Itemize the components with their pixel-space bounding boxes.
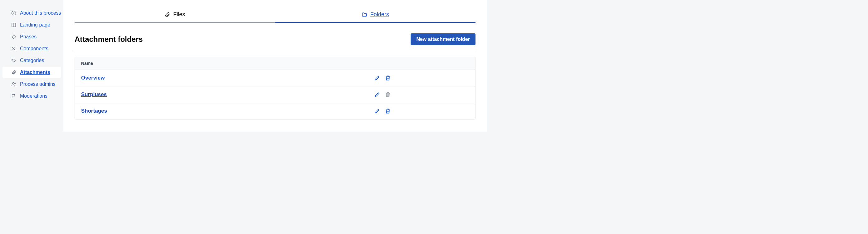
svg-point-2: [14, 12, 14, 12]
table-row: Surpluses: [75, 86, 475, 103]
column-header-name: Name: [75, 57, 289, 69]
cell-actions: [289, 71, 475, 85]
sidebar-item-process-admins[interactable]: Process admins: [2, 79, 61, 90]
sidebar: About this process Landing page Phases C…: [0, 0, 63, 131]
sidebar-item-landing[interactable]: Landing page: [2, 19, 61, 31]
svg-point-10: [12, 83, 14, 84]
edit-icon[interactable]: [374, 75, 380, 81]
sidebar-item-about[interactable]: About this process: [2, 7, 61, 19]
sidebar-item-categories[interactable]: Categories: [2, 55, 61, 66]
page-title: Attachment folders: [74, 35, 143, 44]
folder-link[interactable]: Overview: [81, 75, 105, 81]
sidebar-item-attachments[interactable]: Attachments: [2, 67, 61, 78]
folders-table: Name Overview Surpluses: [74, 57, 475, 119]
table-header: Name: [75, 57, 475, 70]
sidebar-item-components[interactable]: Components: [2, 43, 61, 54]
cell-actions: [289, 88, 475, 101]
tab-folders[interactable]: Folders: [275, 11, 476, 23]
flag-icon: [11, 94, 16, 98]
edit-icon[interactable]: [374, 108, 380, 114]
sidebar-item-label: Landing page: [20, 22, 50, 28]
edit-icon[interactable]: [374, 91, 380, 98]
cell-name: Surpluses: [75, 86, 289, 103]
cell-name: Overview: [75, 70, 289, 86]
main-content: Files Folders Attachment folders New att…: [63, 0, 487, 131]
cell-name: Shortages: [75, 103, 289, 119]
sidebar-item-label: Moderations: [20, 93, 48, 99]
table-row: Overview: [75, 70, 475, 86]
svg-point-9: [12, 60, 13, 60]
section-header: Attachment folders New attachment folder: [74, 33, 475, 51]
cell-actions: [289, 104, 475, 118]
tag-icon: [11, 58, 16, 63]
tab-label: Files: [173, 11, 185, 18]
svg-point-11: [15, 83, 16, 84]
info-icon: [11, 10, 16, 16]
sidebar-item-label: Categories: [20, 58, 44, 63]
tabs: Files Folders: [74, 11, 475, 23]
sidebar-item-moderations[interactable]: Moderations: [2, 90, 61, 102]
tools-icon: [11, 46, 16, 51]
sidebar-item-label: Phases: [20, 34, 36, 40]
trash-icon[interactable]: [385, 108, 391, 114]
folder-link[interactable]: Shortages: [81, 108, 107, 114]
grid-icon: [11, 23, 16, 27]
folder-icon: [362, 12, 367, 18]
sidebar-item-phases[interactable]: Phases: [2, 31, 61, 42]
user-icon: [11, 82, 16, 87]
folder-link[interactable]: Surpluses: [81, 91, 107, 97]
tab-label: Folders: [370, 11, 389, 18]
trash-icon[interactable]: [385, 91, 391, 98]
sidebar-item-label: Process admins: [20, 82, 56, 87]
table-row: Shortages: [75, 103, 475, 119]
diamond-icon: [11, 34, 16, 39]
column-header-actions: [289, 57, 475, 69]
paperclip-icon: [11, 70, 16, 75]
svg-marker-6: [12, 35, 16, 39]
tab-files[interactable]: Files: [74, 11, 275, 23]
sidebar-item-label: Components: [20, 46, 49, 52]
sidebar-item-label: About this process: [20, 10, 61, 16]
sidebar-item-label: Attachments: [20, 69, 50, 75]
trash-icon[interactable]: [385, 75, 391, 81]
paperclip-icon: [164, 12, 170, 18]
new-attachment-folder-button[interactable]: New attachment folder: [411, 33, 475, 45]
